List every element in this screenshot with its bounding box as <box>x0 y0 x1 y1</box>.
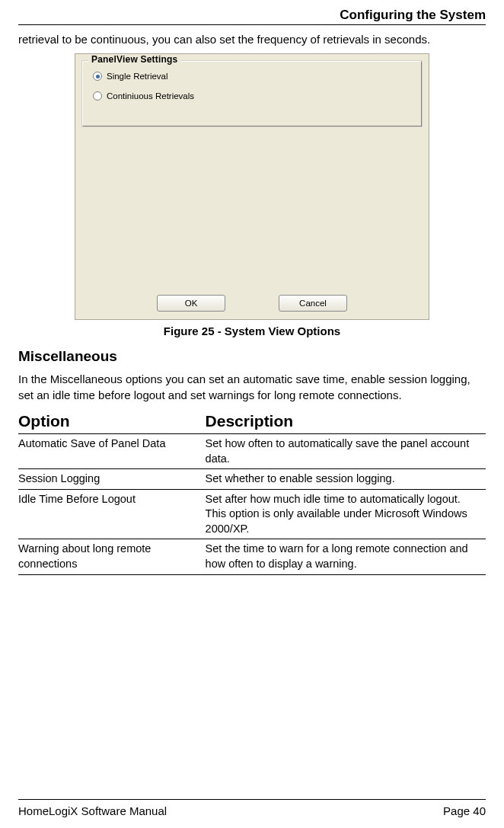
radio-label: Continiuous Retrievals <box>107 91 194 101</box>
description-cell: Set how often to automatically save the … <box>206 434 486 469</box>
description-cell: Set whether to enable session logging. <box>206 469 486 490</box>
footer-right: Page 40 <box>443 804 486 817</box>
description-cell: Set the time to warn for a long remote c… <box>206 539 486 574</box>
ok-button[interactable]: OK <box>157 295 225 312</box>
page-header-title: Configuring the System <box>18 8 486 25</box>
table-header-description: Description <box>206 411 486 434</box>
option-cell: Session Logging <box>18 469 206 490</box>
radio-icon <box>93 91 102 101</box>
option-cell: Automatic Save of Panel Data <box>18 434 206 469</box>
table-row: Automatic Save of Panel Data Set how oft… <box>18 434 486 469</box>
option-cell: Warning about long remote connections <box>18 539 206 574</box>
figure-wrap: PanelView Settings Single Retrieval Cont… <box>18 53 486 337</box>
footer-left: HomeLogiX Software Manual <box>18 804 167 817</box>
radio-label: Single Retrieval <box>107 72 168 81</box>
table-row: Warning about long remote connections Se… <box>18 539 486 574</box>
table-row: Idle Time Before Logout Set after how mu… <box>18 489 486 539</box>
page-footer: HomeLogiX Software Manual Page 40 <box>18 799 486 817</box>
radio-single-retrieval[interactable]: Single Retrieval <box>93 72 168 81</box>
dialog-button-row: OK Cancel <box>75 295 429 312</box>
panelview-groupbox: PanelView Settings Single Retrieval Cont… <box>81 60 423 127</box>
groupbox-legend: PanelView Settings <box>88 54 180 65</box>
options-table: Option Description Automatic Save of Pan… <box>18 411 486 575</box>
table-row: Session Logging Set whether to enable se… <box>18 469 486 490</box>
table-header-row: Option Description <box>18 411 486 434</box>
intro-paragraph: retrieval to be continuous, you can also… <box>18 31 486 47</box>
radio-icon <box>93 72 102 81</box>
figure-caption: Figure 25 - System View Options <box>164 324 340 337</box>
radio-continuous-retrievals[interactable]: Continiuous Retrievals <box>93 91 194 101</box>
section-heading-miscellaneous: Miscellaneous <box>18 348 486 365</box>
table-header-option: Option <box>18 411 206 434</box>
panelview-dialog: PanelView Settings Single Retrieval Cont… <box>75 53 429 320</box>
description-cell: Set after how much idle time to automati… <box>206 489 486 539</box>
cancel-button[interactable]: Cancel <box>279 295 347 312</box>
misc-intro-paragraph: In the Miscellaneous options you can set… <box>18 371 486 403</box>
option-cell: Idle Time Before Logout <box>18 489 206 539</box>
